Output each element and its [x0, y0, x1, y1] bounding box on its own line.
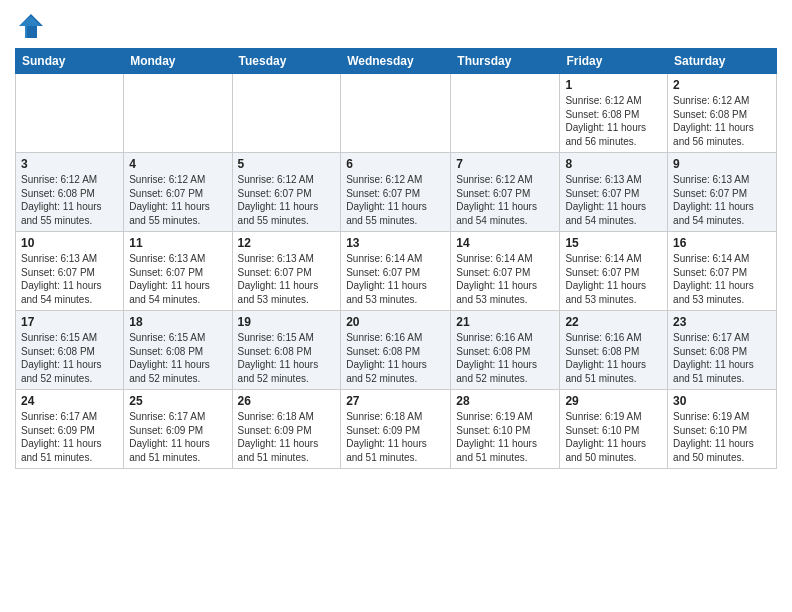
day-info: Sunrise: 6:13 AM Sunset: 6:07 PM Dayligh…: [673, 173, 771, 227]
calendar-week-row: 3Sunrise: 6:12 AM Sunset: 6:08 PM Daylig…: [16, 153, 777, 232]
day-number: 28: [456, 394, 554, 408]
day-number: 15: [565, 236, 662, 250]
table-row: 19Sunrise: 6:15 AM Sunset: 6:08 PM Dayli…: [232, 311, 341, 390]
table-row: 12Sunrise: 6:13 AM Sunset: 6:07 PM Dayli…: [232, 232, 341, 311]
logo-icon: [17, 12, 45, 40]
header: [15, 10, 777, 40]
table-row: 23Sunrise: 6:17 AM Sunset: 6:08 PM Dayli…: [668, 311, 777, 390]
table-row: 27Sunrise: 6:18 AM Sunset: 6:09 PM Dayli…: [341, 390, 451, 469]
day-info: Sunrise: 6:14 AM Sunset: 6:07 PM Dayligh…: [673, 252, 771, 306]
header-monday: Monday: [124, 49, 232, 74]
day-number: 19: [238, 315, 336, 329]
day-number: 29: [565, 394, 662, 408]
day-info: Sunrise: 6:15 AM Sunset: 6:08 PM Dayligh…: [238, 331, 336, 385]
day-info: Sunrise: 6:14 AM Sunset: 6:07 PM Dayligh…: [346, 252, 445, 306]
table-row: [451, 74, 560, 153]
day-info: Sunrise: 6:18 AM Sunset: 6:09 PM Dayligh…: [238, 410, 336, 464]
day-number: 4: [129, 157, 226, 171]
day-number: 24: [21, 394, 118, 408]
table-row: 17Sunrise: 6:15 AM Sunset: 6:08 PM Dayli…: [16, 311, 124, 390]
header-friday: Friday: [560, 49, 668, 74]
day-info: Sunrise: 6:12 AM Sunset: 6:07 PM Dayligh…: [346, 173, 445, 227]
day-number: 17: [21, 315, 118, 329]
table-row: 10Sunrise: 6:13 AM Sunset: 6:07 PM Dayli…: [16, 232, 124, 311]
header-saturday: Saturday: [668, 49, 777, 74]
calendar-week-row: 1Sunrise: 6:12 AM Sunset: 6:08 PM Daylig…: [16, 74, 777, 153]
logo: [15, 14, 45, 40]
table-row: 26Sunrise: 6:18 AM Sunset: 6:09 PM Dayli…: [232, 390, 341, 469]
header-wednesday: Wednesday: [341, 49, 451, 74]
day-number: 1: [565, 78, 662, 92]
table-row: 3Sunrise: 6:12 AM Sunset: 6:08 PM Daylig…: [16, 153, 124, 232]
table-row: 5Sunrise: 6:12 AM Sunset: 6:07 PM Daylig…: [232, 153, 341, 232]
table-row: 25Sunrise: 6:17 AM Sunset: 6:09 PM Dayli…: [124, 390, 232, 469]
day-info: Sunrise: 6:12 AM Sunset: 6:08 PM Dayligh…: [565, 94, 662, 148]
day-info: Sunrise: 6:17 AM Sunset: 6:08 PM Dayligh…: [673, 331, 771, 385]
day-info: Sunrise: 6:19 AM Sunset: 6:10 PM Dayligh…: [456, 410, 554, 464]
day-number: 5: [238, 157, 336, 171]
day-info: Sunrise: 6:12 AM Sunset: 6:08 PM Dayligh…: [21, 173, 118, 227]
day-number: 22: [565, 315, 662, 329]
table-row: 7Sunrise: 6:12 AM Sunset: 6:07 PM Daylig…: [451, 153, 560, 232]
table-row: 22Sunrise: 6:16 AM Sunset: 6:08 PM Dayli…: [560, 311, 668, 390]
header-sunday: Sunday: [16, 49, 124, 74]
day-info: Sunrise: 6:12 AM Sunset: 6:07 PM Dayligh…: [456, 173, 554, 227]
day-number: 18: [129, 315, 226, 329]
table-row: [124, 74, 232, 153]
day-number: 7: [456, 157, 554, 171]
table-row: 28Sunrise: 6:19 AM Sunset: 6:10 PM Dayli…: [451, 390, 560, 469]
day-number: 16: [673, 236, 771, 250]
table-row: 1Sunrise: 6:12 AM Sunset: 6:08 PM Daylig…: [560, 74, 668, 153]
day-number: 23: [673, 315, 771, 329]
table-row: 20Sunrise: 6:16 AM Sunset: 6:08 PM Dayli…: [341, 311, 451, 390]
calendar-week-row: 17Sunrise: 6:15 AM Sunset: 6:08 PM Dayli…: [16, 311, 777, 390]
day-info: Sunrise: 6:16 AM Sunset: 6:08 PM Dayligh…: [346, 331, 445, 385]
weekday-header-row: Sunday Monday Tuesday Wednesday Thursday…: [16, 49, 777, 74]
page: Sunday Monday Tuesday Wednesday Thursday…: [0, 0, 792, 612]
day-info: Sunrise: 6:17 AM Sunset: 6:09 PM Dayligh…: [129, 410, 226, 464]
table-row: 8Sunrise: 6:13 AM Sunset: 6:07 PM Daylig…: [560, 153, 668, 232]
day-info: Sunrise: 6:18 AM Sunset: 6:09 PM Dayligh…: [346, 410, 445, 464]
day-number: 26: [238, 394, 336, 408]
table-row: 29Sunrise: 6:19 AM Sunset: 6:10 PM Dayli…: [560, 390, 668, 469]
table-row: 6Sunrise: 6:12 AM Sunset: 6:07 PM Daylig…: [341, 153, 451, 232]
day-info: Sunrise: 6:17 AM Sunset: 6:09 PM Dayligh…: [21, 410, 118, 464]
day-number: 8: [565, 157, 662, 171]
table-row: 24Sunrise: 6:17 AM Sunset: 6:09 PM Dayli…: [16, 390, 124, 469]
day-info: Sunrise: 6:19 AM Sunset: 6:10 PM Dayligh…: [673, 410, 771, 464]
table-row: 2Sunrise: 6:12 AM Sunset: 6:08 PM Daylig…: [668, 74, 777, 153]
calendar-table: Sunday Monday Tuesday Wednesday Thursday…: [15, 48, 777, 469]
day-info: Sunrise: 6:15 AM Sunset: 6:08 PM Dayligh…: [21, 331, 118, 385]
day-number: 12: [238, 236, 336, 250]
day-number: 10: [21, 236, 118, 250]
table-row: 16Sunrise: 6:14 AM Sunset: 6:07 PM Dayli…: [668, 232, 777, 311]
header-thursday: Thursday: [451, 49, 560, 74]
day-info: Sunrise: 6:13 AM Sunset: 6:07 PM Dayligh…: [21, 252, 118, 306]
day-number: 6: [346, 157, 445, 171]
day-info: Sunrise: 6:13 AM Sunset: 6:07 PM Dayligh…: [238, 252, 336, 306]
day-number: 9: [673, 157, 771, 171]
calendar-week-row: 10Sunrise: 6:13 AM Sunset: 6:07 PM Dayli…: [16, 232, 777, 311]
day-info: Sunrise: 6:12 AM Sunset: 6:07 PM Dayligh…: [129, 173, 226, 227]
day-info: Sunrise: 6:14 AM Sunset: 6:07 PM Dayligh…: [565, 252, 662, 306]
table-row: 13Sunrise: 6:14 AM Sunset: 6:07 PM Dayli…: [341, 232, 451, 311]
table-row: [232, 74, 341, 153]
day-info: Sunrise: 6:12 AM Sunset: 6:08 PM Dayligh…: [673, 94, 771, 148]
day-info: Sunrise: 6:16 AM Sunset: 6:08 PM Dayligh…: [456, 331, 554, 385]
day-number: 27: [346, 394, 445, 408]
table-row: [16, 74, 124, 153]
day-number: 30: [673, 394, 771, 408]
day-info: Sunrise: 6:12 AM Sunset: 6:07 PM Dayligh…: [238, 173, 336, 227]
table-row: 9Sunrise: 6:13 AM Sunset: 6:07 PM Daylig…: [668, 153, 777, 232]
table-row: 15Sunrise: 6:14 AM Sunset: 6:07 PM Dayli…: [560, 232, 668, 311]
day-number: 20: [346, 315, 445, 329]
day-number: 2: [673, 78, 771, 92]
day-number: 11: [129, 236, 226, 250]
table-row: 18Sunrise: 6:15 AM Sunset: 6:08 PM Dayli…: [124, 311, 232, 390]
table-row: 30Sunrise: 6:19 AM Sunset: 6:10 PM Dayli…: [668, 390, 777, 469]
calendar-week-row: 24Sunrise: 6:17 AM Sunset: 6:09 PM Dayli…: [16, 390, 777, 469]
day-number: 3: [21, 157, 118, 171]
day-info: Sunrise: 6:14 AM Sunset: 6:07 PM Dayligh…: [456, 252, 554, 306]
day-number: 21: [456, 315, 554, 329]
table-row: 4Sunrise: 6:12 AM Sunset: 6:07 PM Daylig…: [124, 153, 232, 232]
